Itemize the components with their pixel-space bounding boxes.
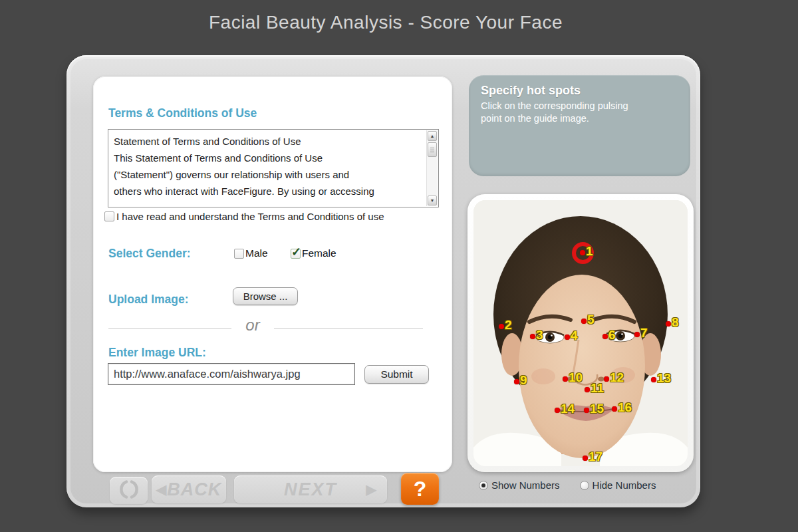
female-label: Female	[302, 247, 336, 259]
hotspot-dot-16[interactable]	[612, 406, 617, 412]
terms-heading: Terms & Conditions of Use	[108, 106, 257, 120]
gender-label: Select Gender:	[108, 247, 191, 261]
browse-button[interactable]: Browse ...	[233, 287, 298, 305]
hotspot-number-11[interactable]: 11	[591, 382, 604, 394]
hotspot-dot-9[interactable]	[514, 379, 519, 384]
hotspots-instructions: Click on the corresponding pulsing point…	[481, 100, 678, 125]
hotspot-number-15[interactable]: 15	[590, 402, 604, 415]
hotspot-number-12[interactable]: 12	[610, 371, 624, 384]
scroll-up-icon[interactable]: ▲	[428, 131, 437, 141]
next-button[interactable]: NEXT ▶	[234, 475, 387, 503]
hotspot-layer: 1234567891011121314151617	[467, 194, 694, 472]
image-url-input[interactable]	[108, 363, 355, 385]
show-numbers-option[interactable]: Show Numbers	[479, 479, 560, 491]
scroll-down-icon[interactable]: ▼	[428, 196, 437, 205]
scrollbar-thumb[interactable]	[428, 142, 437, 157]
terms-scroll-box[interactable]: Statement of Terms and Conditions of Use…	[108, 129, 439, 207]
hotspot-dot-2[interactable]	[499, 324, 504, 329]
show-numbers-radio[interactable]	[479, 481, 488, 490]
hotspot-number-8[interactable]: 8	[672, 316, 679, 329]
hotspot-dot-12[interactable]	[604, 376, 609, 382]
hotspot-dot-6[interactable]	[602, 334, 608, 339]
hotspot-number-17[interactable]: 17	[589, 450, 602, 463]
guide-image-frame: 1234567891011121314151617	[467, 194, 694, 472]
gender-option-female: ✓ Female	[291, 247, 336, 259]
hotspot-number-2[interactable]: 2	[505, 319, 512, 331]
hotspot-number-9[interactable]: 9	[520, 374, 527, 386]
male-label: Male	[245, 247, 268, 259]
number-visibility-controls: Show Numbers Hide Numbers	[479, 479, 656, 491]
next-arrow-icon: ▶	[366, 483, 378, 496]
refresh-button[interactable]	[110, 477, 148, 504]
terms-scrollbar[interactable]: ▲ ▼	[426, 130, 438, 206]
hide-numbers-label: Hide Numbers	[593, 479, 656, 491]
hotspot-number-14[interactable]: 14	[561, 402, 575, 415]
page-title: Facial Beauty Analysis - Score Your Face	[0, 12, 771, 33]
form-card: Terms & Conditions of Use Statement of T…	[93, 76, 452, 472]
back-arrow-icon: ◀	[156, 483, 167, 496]
upload-label: Upload Image:	[108, 293, 189, 307]
hotspot-dot-8[interactable]	[666, 321, 671, 327]
terms-agree-row: ✓ I have read and understand the Terms a…	[104, 211, 384, 222]
gender-option-male: ✓ Male	[234, 247, 268, 259]
hotspot-number-13[interactable]: 13	[657, 372, 671, 384]
male-checkbox[interactable]: ✓	[234, 249, 244, 259]
hide-numbers-option[interactable]: Hide Numbers	[580, 479, 656, 491]
hotspot-dot-4[interactable]	[565, 334, 570, 340]
hotspot-number-16[interactable]: 16	[618, 401, 632, 414]
hotspot-dot-13[interactable]	[651, 377, 656, 382]
hotspot-dot-10[interactable]	[563, 376, 568, 382]
hotspot-number-10[interactable]: 10	[569, 371, 583, 384]
hotspot-number-1[interactable]: 1	[586, 245, 593, 257]
hotspot-number-6[interactable]: 6	[608, 329, 616, 341]
hotspot-dot-7[interactable]	[634, 332, 640, 337]
or-divider-label: or	[231, 316, 274, 334]
hotspot-number-4[interactable]: 4	[571, 329, 578, 342]
hotspot-dot-11[interactable]	[585, 387, 590, 392]
terms-agree-checkbox[interactable]: ✓	[104, 211, 114, 221]
back-button-label: BACK	[167, 479, 221, 500]
hotspots-heading: Specify hot spots	[481, 84, 678, 98]
divider-line	[108, 328, 231, 329]
hotspot-dot-15[interactable]	[584, 408, 589, 413]
help-button[interactable]: ?	[401, 473, 439, 505]
show-numbers-label: Show Numbers	[491, 479, 560, 491]
hotspot-dot-3[interactable]	[530, 334, 535, 339]
hide-numbers-radio[interactable]	[580, 481, 589, 490]
hotspot-dot-1[interactable]	[580, 250, 585, 255]
hotspot-number-7[interactable]: 7	[640, 327, 648, 339]
submit-button[interactable]: Submit	[364, 365, 429, 384]
refresh-icon	[118, 478, 140, 503]
image-url-label: Enter Image URL:	[108, 346, 206, 360]
hotspot-number-5[interactable]: 5	[587, 313, 595, 326]
divider-line	[274, 328, 423, 329]
hotspot-dot-14[interactable]	[555, 408, 560, 413]
hotspot-dot-5[interactable]	[581, 319, 587, 324]
back-button[interactable]: ◀BACK	[152, 475, 226, 503]
hotspot-number-3[interactable]: 3	[536, 329, 543, 341]
terms-text: Statement of Terms and Conditions of Use…	[108, 130, 426, 207]
check-icon: ✓	[291, 245, 301, 259]
next-button-label: NEXT	[284, 479, 337, 500]
hotspot-dot-17[interactable]	[583, 456, 588, 461]
terms-agree-label: I have read and understand the Terms and…	[116, 211, 384, 222]
hotspots-instruction-panel: Specify hot spots Click on the correspon…	[469, 75, 690, 176]
female-checkbox[interactable]: ✓	[291, 249, 301, 259]
